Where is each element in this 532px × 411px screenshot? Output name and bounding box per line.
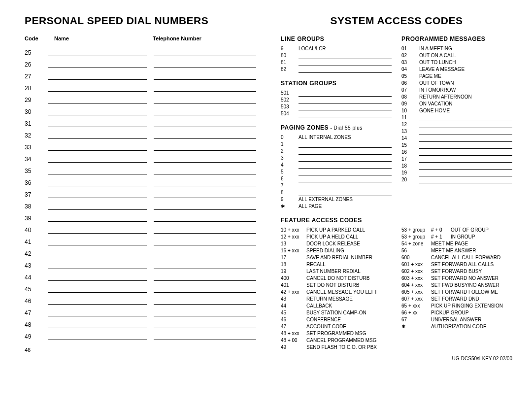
speed-dial-tel-line — [154, 119, 256, 127]
speed-dial-code: 35 — [25, 168, 48, 174]
list-item: 07IN TOMORROW — [401, 87, 512, 94]
speed-dial-code: 27 — [25, 73, 48, 80]
feature-code: 18 — [281, 261, 306, 268]
speed-dial-row: 45 — [25, 281, 256, 293]
item-code: ✱ — [281, 203, 299, 210]
item-code: 13 — [401, 128, 419, 135]
blank-line — [419, 137, 512, 142]
item-text: IN TOMORROW — [419, 87, 512, 94]
list-item: 02OUT ON A CALL — [401, 52, 512, 59]
speed-dial-tel-line — [154, 72, 256, 80]
list-item: 80 — [281, 52, 392, 59]
item-code: 1 — [281, 141, 299, 148]
item-text: RETURN AFTERNOON — [419, 94, 512, 101]
speed-dial-row: 48 — [25, 316, 256, 328]
speed-dial-row: 42 — [25, 245, 256, 257]
speed-dial-tel-line — [154, 249, 256, 257]
speed-dial-name-line — [48, 96, 147, 103]
speed-dial-row: 26 — [25, 56, 256, 68]
speed-dial-name-line — [48, 238, 147, 245]
item-text: GONE HOME — [419, 107, 512, 114]
feature-row: 65 + xxxPICK UP RINGING EXTENSION — [401, 303, 512, 309]
feature-desc: SET FWD BUSY/NO ANSWER — [431, 282, 512, 289]
speed-dial-row: 39 — [25, 210, 256, 222]
feature-row: 53 + group# + 1IN GROUP — [401, 234, 512, 240]
speed-dial-code: 25 — [25, 49, 48, 56]
feature-code: 44 — [281, 303, 306, 309]
feature-row: 49SEND FLASH TO C.O. OR PBX — [281, 344, 392, 351]
speed-dial-tel-line — [154, 320, 256, 328]
speed-dial-name-line — [48, 332, 147, 340]
blank-line — [299, 191, 392, 196]
speed-dial-name-line — [48, 214, 147, 222]
item-code: 80 — [281, 52, 299, 59]
feature-desc: SPEED DIALING — [306, 247, 392, 254]
feature-code: 12 + xxx — [281, 234, 306, 240]
item-code: 502 — [281, 97, 299, 103]
feature-desc: SET FORWARD ALL CALLS — [431, 261, 512, 268]
blank-line — [299, 112, 392, 117]
speed-dial-rows: 2526272829303132333435363738394041424344… — [25, 44, 256, 340]
list-item: 09ON VACATION — [401, 101, 512, 107]
speed-dial-row: 38 — [25, 198, 256, 210]
feature-code: 605 + xxx — [401, 289, 431, 296]
list-item: 04LEAVE A MESSAGE — [401, 66, 512, 73]
speed-dial-name-line — [48, 131, 147, 139]
feature-desc: MEET ME ANSWER — [431, 247, 512, 254]
speed-dial-tel-line — [154, 131, 256, 139]
feature-desc: PICK UP A HELD CALL — [306, 234, 392, 240]
speed-dial-row: 31 — [25, 115, 256, 127]
feature-row: 600CANCEL ALL CALL FORWARD — [401, 254, 512, 261]
item-code: 0 — [281, 134, 299, 141]
speed-dial-row: 28 — [25, 80, 256, 92]
item-code: 15 — [401, 142, 419, 149]
speed-dial-code: 31 — [25, 120, 48, 127]
speed-dial-row: 35 — [25, 163, 256, 174]
list-item: 16 — [401, 149, 512, 156]
speed-dial-code: 32 — [25, 132, 48, 139]
feature-desc: SET FORWARD NO ANSWER — [431, 275, 512, 282]
speed-dial-code: 42 — [25, 250, 48, 257]
feature-desc: CANCEL DO NOT DISTURB — [306, 275, 392, 282]
item-text: ALL PAGE — [299, 203, 392, 210]
speed-dial-name-line — [48, 261, 147, 269]
list-item: 81 — [281, 59, 392, 66]
speed-dial-row: 37 — [25, 186, 256, 198]
feature-row: 605 + xxxSET FORWARD FOLLOW ME — [401, 289, 512, 296]
feature-access-left: 10 + xxxPICK UP A PARKED CALL12 + xxxPIC… — [281, 227, 392, 351]
list-item: 14 — [401, 135, 512, 142]
feature-code: 43 — [281, 296, 306, 303]
item-code: 2 — [281, 148, 299, 155]
paging-zones-label: PAGING ZONES — [281, 124, 329, 131]
speed-dial-code: 48 — [25, 321, 48, 328]
feature-code: 53 + group — [401, 227, 431, 234]
list-item: 5 — [281, 169, 392, 175]
paging-zones-list: 0ALL INTERNAL ZONES123456789ALL EXTERNAL… — [281, 134, 392, 210]
feature-row: 45BUSY STATION CAMP-ON — [281, 309, 392, 316]
item-code: 3 — [281, 155, 299, 162]
item-code: 19 — [401, 170, 419, 176]
station-groups-title: STATION GROUPS — [281, 80, 392, 87]
feature-row: 16 + xxxSPEED DIALING — [281, 247, 392, 254]
feature-row: 607 + xxxSET FORWARD DND — [401, 296, 512, 303]
item-code: 16 — [401, 149, 419, 156]
feature-desc: SET FORWARD BUSY — [431, 268, 512, 275]
speed-dial-tel-line — [154, 261, 256, 269]
speed-dial-code: 38 — [25, 203, 48, 210]
feature-desc: IN GROUP — [451, 234, 512, 240]
speed-dial-tel-line — [154, 285, 256, 293]
paging-zones-title: PAGING ZONES - Dial 55 plus — [281, 124, 392, 131]
blank-line — [419, 178, 512, 183]
list-item: 501 — [281, 90, 392, 97]
speed-dial-tel-line — [154, 332, 256, 340]
blank-line — [299, 170, 392, 175]
blank-line — [419, 116, 512, 121]
feature-code: 65 + xxx — [401, 303, 431, 309]
feature-desc: SET FORWARD DND — [431, 296, 512, 303]
item-code: 11 — [401, 114, 419, 121]
item-code: 04 — [401, 66, 419, 73]
feature-code: 48 + xxx — [281, 330, 306, 337]
feature-desc: OUT OF GROUP — [451, 227, 512, 234]
speed-dial-tel-line — [154, 214, 256, 222]
right-upper-right: PROGRAMMED MESSAGES 01IN A MEETING02OUT … — [401, 35, 512, 210]
